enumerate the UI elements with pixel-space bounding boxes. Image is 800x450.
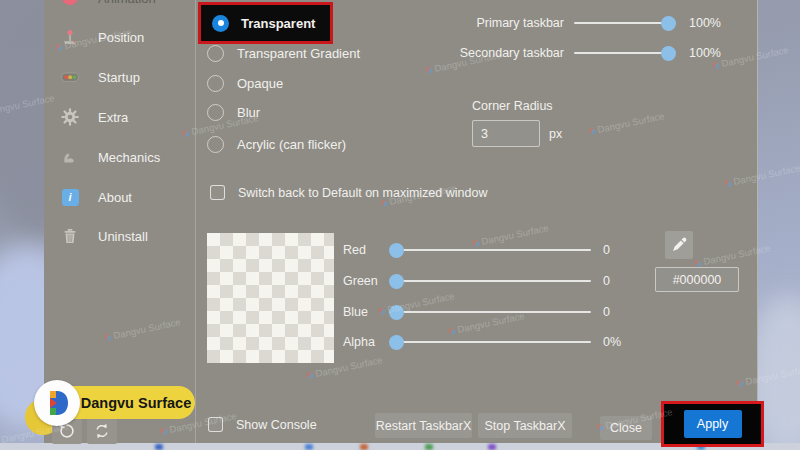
- restart-taskbarx-button[interactable]: Restart TaskbarX: [375, 413, 472, 438]
- animation-icon: [60, 0, 80, 8]
- sidebar-item-startup[interactable]: Startup: [60, 66, 188, 88]
- blue-slider[interactable]: [391, 304, 591, 320]
- taskbarx-settings-window: Animation Position: [44, 0, 758, 443]
- secondary-taskbar-slider-row: Secondary taskbar 100%: [394, 45, 721, 61]
- green-slider-row: Green 0: [343, 273, 610, 289]
- muscle-arm-icon: [60, 147, 80, 167]
- taskbar-icon[interactable]: [155, 444, 163, 450]
- slider-thumb[interactable]: [389, 274, 404, 289]
- secondary-taskbar-slider[interactable]: [574, 45, 674, 61]
- brand-d-icon: [42, 388, 72, 418]
- red-slider[interactable]: [391, 242, 591, 258]
- taskbar-icon[interactable]: [360, 444, 368, 450]
- green-slider[interactable]: [391, 273, 591, 289]
- color-preview-swatch: [207, 233, 334, 363]
- sidebar-item-mechanics[interactable]: Mechanics: [60, 146, 188, 168]
- corner-radius-group: Corner Radius px: [472, 99, 562, 147]
- slider-thumb[interactable]: [661, 16, 676, 31]
- sidebar-item-about[interactable]: i About: [60, 186, 188, 208]
- brand-name: Dangvu Surface: [81, 395, 191, 411]
- stop-taskbarx-button[interactable]: Stop TaskbarX: [478, 413, 572, 438]
- brand-logo: [34, 380, 80, 426]
- joystick-icon: [60, 27, 80, 47]
- sidebar-item-animation[interactable]: Animation: [60, 0, 188, 9]
- radio-transparent-gradient[interactable]: Transparent Gradient: [207, 44, 360, 62]
- annotation-box-transparent: Transparent: [198, 2, 333, 44]
- slider-thumb[interactable]: [389, 243, 404, 258]
- info-icon: i: [60, 187, 80, 207]
- refresh-icon: [93, 422, 111, 440]
- hex-color-input[interactable]: [655, 267, 739, 292]
- radio-button[interactable]: [207, 75, 224, 92]
- taskbar-icon[interactable]: [305, 444, 313, 450]
- taskbar-icon[interactable]: [488, 444, 496, 450]
- taskbar-icon[interactable]: [425, 444, 433, 450]
- radio-acrylic[interactable]: Acrylic (can flicker): [207, 135, 346, 153]
- trash-icon: [60, 226, 80, 246]
- apply-button[interactable]: Apply: [684, 410, 742, 438]
- close-button[interactable]: Close: [600, 416, 652, 440]
- blue-slider-row: Blue 0: [343, 304, 610, 320]
- checkbox[interactable]: [210, 185, 225, 200]
- corner-radius-input[interactable]: [472, 120, 540, 147]
- radio-button[interactable]: [207, 104, 224, 121]
- alpha-slider-row: Alpha 0%: [343, 334, 621, 350]
- sidebar-divider: [195, 0, 196, 443]
- slider-thumb[interactable]: [389, 335, 404, 350]
- red-slider-row: Red 0: [343, 242, 610, 258]
- screenshot-root: Animation Position: [0, 0, 800, 450]
- refresh-button[interactable]: [87, 418, 117, 444]
- sidebar-item-extra[interactable]: Extra: [60, 106, 188, 128]
- gear-icon: [60, 107, 80, 127]
- radio-button-selected[interactable]: [212, 15, 229, 32]
- sidebar-item-position[interactable]: Position: [60, 26, 188, 48]
- annotation-box-apply: Apply: [661, 401, 764, 447]
- eyedropper-button[interactable]: [665, 231, 693, 259]
- primary-taskbar-slider[interactable]: [574, 15, 674, 31]
- radio-label: Transparent: [241, 16, 315, 31]
- primary-taskbar-slider-row: Primary taskbar 100%: [394, 15, 721, 31]
- slider-thumb[interactable]: [661, 46, 676, 61]
- sidebar-item-uninstall[interactable]: Uninstall: [60, 225, 188, 247]
- slider-thumb[interactable]: [389, 305, 404, 320]
- traffic-light-icon: [60, 67, 80, 87]
- alpha-slider[interactable]: [391, 334, 591, 350]
- maximized-default-checkbox-row[interactable]: Switch back to Default on maximized wind…: [210, 185, 487, 200]
- radio-button[interactable]: [207, 136, 224, 153]
- radio-button[interactable]: [207, 45, 224, 62]
- radio-opaque[interactable]: Opaque: [207, 74, 283, 92]
- radio-blur[interactable]: Blur: [207, 103, 260, 121]
- eyedropper-icon: [671, 237, 687, 253]
- show-console-checkbox-row[interactable]: Show Console: [208, 417, 317, 432]
- checkbox[interactable]: [208, 417, 223, 432]
